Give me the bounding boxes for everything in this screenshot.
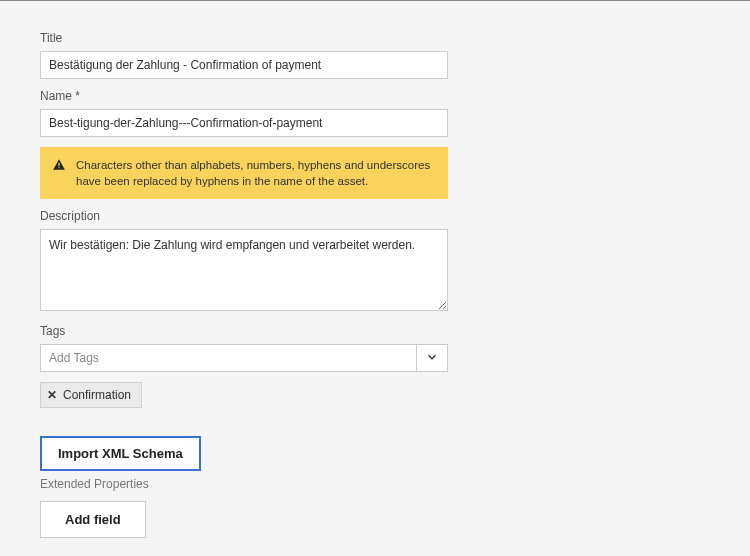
title-label: Title — [40, 31, 710, 45]
title-field-group: Title — [40, 31, 710, 79]
name-input[interactable] — [40, 109, 448, 137]
description-textarea[interactable]: Wir bestätigen: Die Zahlung wird empfang… — [40, 229, 448, 311]
alert-triangle-icon — [52, 158, 66, 175]
name-label: Name * — [40, 89, 710, 103]
extended-properties-label: Extended Properties — [40, 477, 710, 491]
name-field-group: Name * — [40, 89, 710, 137]
title-input[interactable] — [40, 51, 448, 79]
svg-rect-1 — [58, 167, 59, 168]
tags-label: Tags — [40, 324, 710, 338]
tag-chip: ✕ Confirmation — [40, 382, 142, 408]
description-field-group: Description Wir bestätigen: Die Zahlung … — [40, 209, 710, 314]
import-xml-schema-button[interactable]: Import XML Schema — [40, 436, 201, 471]
name-warning-text: Characters other than alphabets, numbers… — [76, 157, 436, 189]
tags-dropdown-button[interactable] — [416, 344, 448, 372]
description-label: Description — [40, 209, 710, 223]
tags-field-group: Tags ✕ Confirmation — [40, 324, 710, 408]
form-page: Title Name * Characters other than alpha… — [0, 0, 750, 556]
chevron-down-icon — [425, 350, 439, 367]
svg-rect-0 — [58, 163, 59, 167]
tags-input[interactable] — [40, 344, 416, 372]
close-icon[interactable]: ✕ — [47, 388, 57, 402]
tag-chip-label: Confirmation — [63, 388, 131, 402]
add-field-button[interactable]: Add field — [40, 501, 146, 538]
name-warning: Characters other than alphabets, numbers… — [40, 147, 448, 199]
tags-row — [40, 344, 448, 372]
